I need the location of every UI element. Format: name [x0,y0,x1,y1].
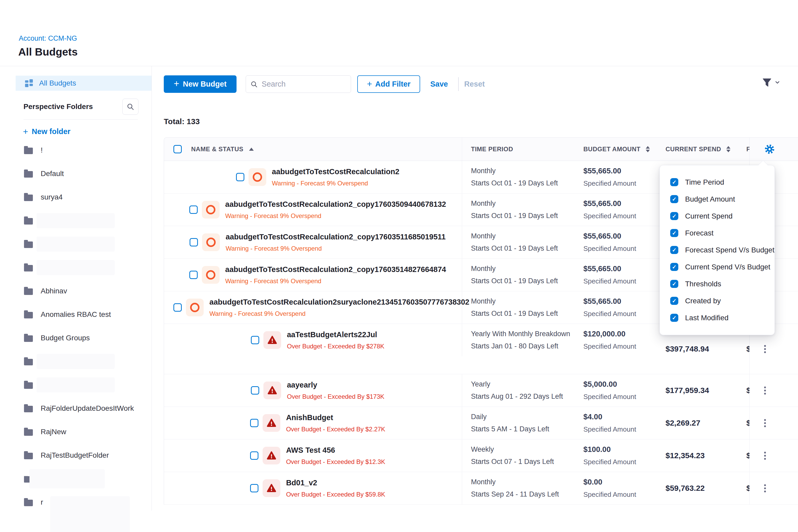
row-actions-menu-icon[interactable] [764,345,766,353]
folder-icon [24,335,33,342]
checked-checkbox-icon[interactable]: ✓ [670,314,678,322]
table-row[interactable]: aayearly Over Budget - Exceeded By $173K… [164,374,798,407]
new-folder-button[interactable]: + New folder [23,125,71,138]
folder-list: ! Default surya4 Abhinav Anomalies RBAC … [24,138,152,514]
folder-icon [24,265,33,271]
status-icon-tile [202,233,220,251]
current-spend: $2,269.27 [666,419,746,428]
row-checkbox[interactable] [250,419,259,427]
sidebar-folder-item[interactable]: Anomalies RBAC test [24,303,152,326]
sidebar-folder-item[interactable]: ! [24,138,152,162]
table-row[interactable]: AWS Test 456 Over Budget - Exceeded By $… [164,439,798,472]
row-checkbox[interactable] [251,386,259,395]
sidebar-folder-item[interactable] [24,467,152,491]
checked-checkbox-icon[interactable]: ✓ [670,297,678,305]
status-icon-tile [263,382,281,399]
folder-label: Budget Groups [41,334,90,342]
column-menu-item[interactable]: ✓ Forecast [670,225,775,242]
checked-checkbox-icon[interactable]: ✓ [670,212,678,220]
filter-panel-trigger[interactable] [761,76,780,89]
row-checkbox[interactable] [190,238,198,246]
sort-icon[interactable] [726,146,730,152]
add-filter-button[interactable]: + Add Filter [357,75,420,93]
checked-checkbox-icon[interactable]: ✓ [670,263,678,271]
sidebar-folder-item[interactable] [24,373,152,397]
column-menu-item[interactable]: ✓ Current Spend [670,208,775,225]
column-menu-item[interactable]: ✓ Time Period [670,174,775,191]
table-row[interactable]: AnishBudget Over Budget - Exceeded By $2… [164,407,798,439]
perspective-folders-title: Perspective Folders [23,102,93,111]
budget-amount: $0.00 [583,478,660,486]
sidebar-folder-item[interactable] [24,209,152,232]
row-checkbox[interactable] [173,303,182,312]
row-checkbox[interactable] [250,484,259,492]
column-menu-item[interactable]: ✓ Budget Amount [670,191,775,208]
column-menu-item-label: Last Modified [685,314,729,322]
select-all-checkbox[interactable] [173,145,182,153]
sidebar-folder-item[interactable]: r [24,491,152,514]
sort-ascending-icon[interactable] [249,148,254,151]
save-button[interactable]: Save [430,75,448,93]
column-menu-item[interactable]: ✓ Thresholds [670,276,775,292]
column-menu-item[interactable]: ✓ Created by [670,292,775,309]
sort-icon[interactable] [646,146,650,152]
checked-checkbox-icon[interactable]: ✓ [670,178,678,186]
sidebar-folder-item[interactable]: Default [24,162,152,185]
sidebar-folder-item[interactable] [24,350,152,373]
status-icon-tile [249,168,266,186]
sidebar-folder-item[interactable]: RajTestBudgetFolder [24,443,152,467]
table-row[interactable]: Bd01_v2 Over Budget - Exceeded By $59.8K… [164,472,798,505]
column-header-name[interactable]: NAME & STATUS [191,146,243,153]
checked-checkbox-icon[interactable]: ✓ [670,229,678,237]
sidebar-folder-item[interactable]: RajNew [24,420,152,443]
reset-button[interactable]: Reset [464,75,485,93]
row-checkbox[interactable] [189,206,198,214]
time-period-detail: Starts Oct 01 - 19 Days Left [471,244,577,252]
folder-label: surya4 [41,193,62,201]
time-period: Yearly [471,380,577,388]
folder-search-button[interactable] [122,99,138,115]
row-actions-menu-icon[interactable] [764,419,766,427]
folder-icon [24,429,33,436]
gear-icon[interactable] [764,144,775,155]
search-input[interactable] [261,79,346,89]
column-menu-item-label: Current Spend V/s Budget [685,263,771,271]
new-budget-button[interactable]: + New Budget [164,75,236,93]
sidebar-folder-item[interactable] [24,232,152,256]
breadcrumb-account-link[interactable]: Account: CCM-NG [19,34,77,42]
time-period: Yearly With Monthly Breakdown [471,330,577,338]
sidebar-folder-item[interactable]: RajFolderUpdateDoesItWork [24,397,152,420]
checked-checkbox-icon[interactable]: ✓ [670,195,678,203]
column-menu-item[interactable]: ✓ Last Modified [670,309,775,326]
status-icon-tile [263,331,281,349]
column-menu-item[interactable]: ✓ Forecast Spend V/s Budget [670,242,775,259]
row-checkbox[interactable] [236,173,244,181]
folder-icon [24,453,33,459]
sidebar-item-all-budgets[interactable]: All Budgets [16,76,152,91]
column-header-budget-amount[interactable]: BUDGET AMOUNT [583,146,641,153]
row-actions-menu-icon[interactable] [764,484,766,492]
column-visibility-menu: ✓ Time Period ✓ Budget Amount ✓ Current … [660,165,775,335]
total-count: Total: 133 [164,117,200,126]
sidebar-folder-item[interactable]: Budget Groups [24,326,152,350]
all-budgets-page: Account: CCM-NG All Budgets All Budgets … [0,0,798,532]
new-folder-label: New folder [32,127,71,136]
row-checkbox[interactable] [251,336,259,344]
column-header-current-spend[interactable]: CURRENT SPEND [666,146,721,153]
sidebar-folder-item[interactable]: surya4 [24,185,152,209]
column-menu-item[interactable]: ✓ Current Spend V/s Budget [670,259,775,276]
row-actions-menu-icon[interactable] [764,386,766,395]
checked-checkbox-icon[interactable]: ✓ [670,246,678,254]
sidebar-folder-item[interactable] [24,256,152,279]
folder-icon [24,288,33,295]
budget-amount: $100.00 [583,445,660,454]
row-checkbox[interactable] [250,451,259,460]
column-menu-item-label: Forecast Spend V/s Budget [685,246,774,254]
sidebar-folder-item[interactable]: Abhinav [24,279,152,303]
row-checkbox[interactable] [189,271,198,279]
checked-checkbox-icon[interactable]: ✓ [670,280,678,288]
budget-amount: $55,665.00 [583,167,660,175]
folder-icon [24,194,33,201]
row-actions-menu-icon[interactable] [764,452,766,460]
budget-name: Bd01_v2 [286,478,385,487]
